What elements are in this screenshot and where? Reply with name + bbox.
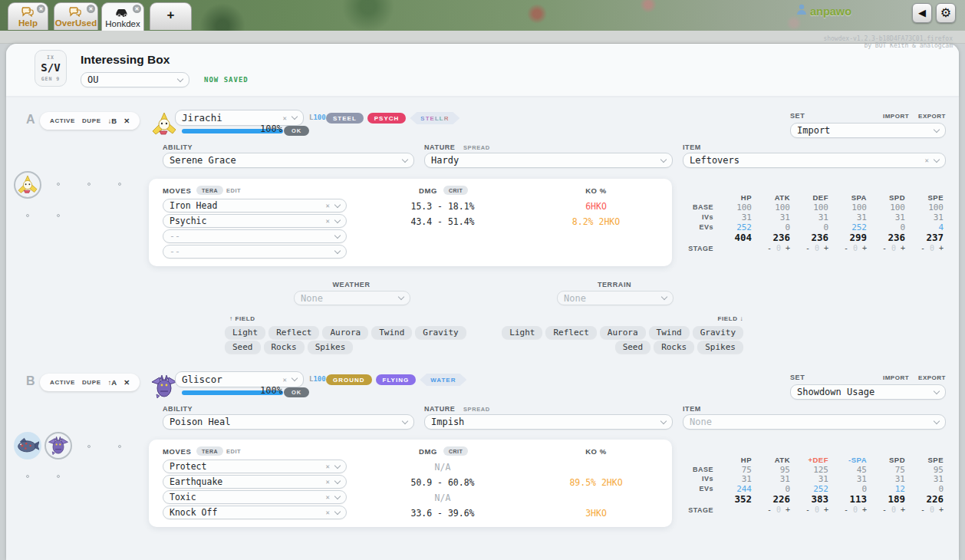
clear-icon[interactable]: ✕ xyxy=(326,509,330,516)
party-slot-empty[interactable] xyxy=(87,183,91,186)
remove-button[interactable]: ✕ xyxy=(124,378,130,387)
tab-overused[interactable]: ✕ OverUsed xyxy=(54,2,98,30)
crit-toggle[interactable]: CRIT xyxy=(443,446,468,456)
ability-select[interactable]: Poison Heal xyxy=(163,414,414,430)
stage-minus[interactable]: - xyxy=(921,506,925,514)
generation-badge[interactable]: IX S/V GEN 9 xyxy=(35,50,67,87)
field-reflect-button[interactable]: Reflect xyxy=(268,326,319,339)
stage-minus[interactable]: - xyxy=(844,244,848,252)
party-slot-basculegion[interactable] xyxy=(14,432,41,460)
tera-toggle[interactable]: TERA xyxy=(196,446,223,456)
field-light-screen-button[interactable]: Light xyxy=(225,326,265,339)
stage-minus[interactable]: - xyxy=(767,244,772,252)
move-select-empty[interactable]: -- xyxy=(163,245,347,259)
party-slot-empty[interactable] xyxy=(26,475,29,478)
field-leech-seed-button[interactable]: Seed xyxy=(615,341,651,354)
import-button[interactable]: IMPORT xyxy=(883,374,909,381)
new-tab-button[interactable]: + xyxy=(150,2,192,30)
field-spikes-button[interactable]: Spikes xyxy=(697,341,743,354)
dupe-button[interactable]: DUPE xyxy=(82,379,101,386)
stage-minus[interactable]: - xyxy=(921,244,925,252)
user-menu[interactable]: anpawo xyxy=(796,4,851,18)
set-select[interactable]: Import xyxy=(790,123,946,138)
clear-icon[interactable]: ✕ xyxy=(326,463,330,470)
crit-toggle[interactable]: CRIT xyxy=(443,186,468,195)
stage-minus[interactable]: - xyxy=(805,244,810,252)
field-stealth-rock-button[interactable]: Rocks xyxy=(264,341,305,354)
field-aurora-veil-button[interactable]: Aurora xyxy=(322,326,368,339)
status-badge[interactable]: OK xyxy=(284,387,309,397)
party-slot-empty[interactable] xyxy=(57,475,60,478)
close-icon[interactable]: ✕ xyxy=(87,5,95,13)
remove-button[interactable]: ✕ xyxy=(124,117,130,125)
edit-button[interactable]: EDIT xyxy=(226,448,241,455)
move-select[interactable]: Protect ✕ xyxy=(163,460,347,473)
level-indicator[interactable]: L100 xyxy=(309,375,326,383)
move-select[interactable]: Knock Off ✕ xyxy=(163,506,347,519)
tab-honkdex[interactable]: ✕ Honkdex xyxy=(101,2,144,31)
field-light-screen-button[interactable]: Light xyxy=(502,326,542,339)
edit-button[interactable]: EDIT xyxy=(226,187,241,194)
move-select[interactable]: Psychic ✕ xyxy=(163,214,347,228)
box-title[interactable]: Interessing Box xyxy=(81,53,170,67)
close-icon[interactable]: ✕ xyxy=(133,5,141,13)
export-button[interactable]: EXPORT xyxy=(918,374,946,381)
clear-icon[interactable]: ✕ xyxy=(326,493,330,501)
stage-plus[interactable]: + xyxy=(939,244,944,252)
swap-to-a-button[interactable]: ↑A xyxy=(108,378,117,387)
stage-minus[interactable]: - xyxy=(844,506,848,514)
stage-minus[interactable]: - xyxy=(882,244,887,252)
party-slot-empty[interactable] xyxy=(87,445,91,448)
tera-type-badge[interactable]: STELLR xyxy=(410,112,459,124)
dupe-button[interactable]: DUPE xyxy=(82,117,101,124)
close-icon[interactable]: ✕ xyxy=(37,5,45,13)
clear-icon[interactable]: ✕ xyxy=(326,478,330,486)
field-tailwind-button[interactable]: Twind xyxy=(649,326,690,339)
weather-select[interactable]: None xyxy=(294,291,410,305)
tera-type-badge[interactable]: WATER xyxy=(420,374,466,386)
active-button[interactable]: ACTIVE xyxy=(50,117,75,124)
import-button[interactable]: IMPORT xyxy=(883,113,909,120)
stage-minus[interactable]: - xyxy=(767,506,772,514)
set-select[interactable]: Showdown Usage xyxy=(790,384,946,400)
tera-toggle[interactable]: TERA xyxy=(196,186,223,195)
item-select[interactable]: None xyxy=(683,414,946,430)
field-gravity-button[interactable]: Gravity xyxy=(415,326,466,339)
ability-select[interactable]: Serene Grace xyxy=(163,153,414,168)
party-slot-empty[interactable] xyxy=(118,445,121,448)
pokemon-select[interactable]: Gliscor ✕ xyxy=(175,371,304,387)
clear-icon[interactable]: ✕ xyxy=(283,376,287,384)
move-select-empty[interactable]: -- xyxy=(163,229,347,243)
clear-icon[interactable]: ✕ xyxy=(925,156,929,164)
format-select[interactable]: OU xyxy=(81,72,189,87)
clear-icon[interactable]: ✕ xyxy=(326,202,330,209)
party-slot-empty[interactable] xyxy=(118,183,121,186)
terrain-select[interactable]: None xyxy=(557,291,674,305)
level-indicator[interactable]: L100 xyxy=(309,114,326,121)
field-stealth-rock-button[interactable]: Rocks xyxy=(654,341,694,354)
stage-minus[interactable]: - xyxy=(805,506,810,514)
nature-select[interactable]: Hardy xyxy=(424,153,673,168)
field-reflect-button[interactable]: Reflect xyxy=(545,326,596,339)
swap-to-b-button[interactable]: ↓B xyxy=(108,117,117,125)
tab-help[interactable]: ✕ Help xyxy=(8,2,48,30)
export-button[interactable]: EXPORT xyxy=(918,113,946,120)
stage-minus[interactable]: - xyxy=(882,506,887,514)
pokemon-select[interactable]: Jirachi ✕ xyxy=(175,110,304,126)
active-button[interactable]: ACTIVE xyxy=(50,379,75,386)
status-badge[interactable]: OK xyxy=(284,126,309,136)
move-select[interactable]: Earthquake ✕ xyxy=(163,475,347,489)
field-tailwind-button[interactable]: Twind xyxy=(371,326,412,339)
clear-icon[interactable]: ✕ xyxy=(326,217,330,225)
clear-icon[interactable]: ✕ xyxy=(283,114,287,122)
item-select[interactable]: Leftovers ✕ xyxy=(683,153,946,168)
party-slot-empty[interactable] xyxy=(26,214,29,217)
spread-toggle[interactable]: SPREAD xyxy=(463,144,490,151)
spread-toggle[interactable]: SPREAD xyxy=(463,406,490,413)
stage-plus[interactable]: + xyxy=(939,506,944,514)
move-select[interactable]: Iron Head ✕ xyxy=(163,199,347,212)
party-slot-empty[interactable] xyxy=(57,183,60,186)
settings-button[interactable]: ⚙ xyxy=(936,3,956,23)
collapse-button[interactable]: ◀ xyxy=(912,3,932,23)
field-aurora-veil-button[interactable]: Aurora xyxy=(600,326,646,339)
